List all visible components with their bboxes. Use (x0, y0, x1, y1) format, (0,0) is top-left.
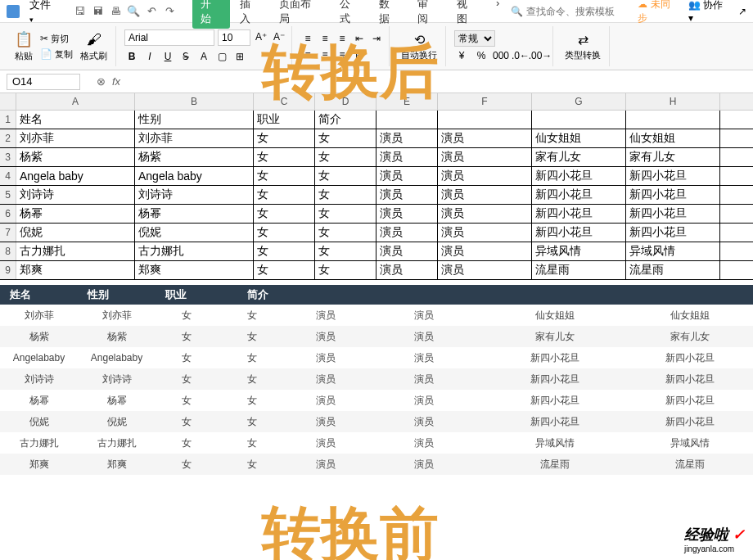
cell[interactable]: 家有儿女 (626, 148, 720, 166)
cell[interactable]: 刘诗诗 (135, 186, 254, 204)
cell[interactable]: 女 (315, 167, 376, 185)
dec-dec-icon[interactable]: .00→ (533, 48, 548, 63)
row-header[interactable]: 7 (0, 224, 16, 242)
cell[interactable] (626, 111, 720, 129)
col-header[interactable]: G (532, 93, 626, 110)
cell[interactable]: 性别 (135, 111, 254, 129)
percent-icon[interactable]: % (474, 48, 489, 63)
cell[interactable]: 女 (315, 186, 376, 204)
indent-dec-icon[interactable]: ⇤ (352, 31, 367, 46)
tab-layout[interactable]: 页面布局 (271, 0, 330, 29)
search-input[interactable] (526, 6, 624, 17)
cell[interactable]: 郑爽 (16, 261, 135, 279)
col-header[interactable]: B (135, 93, 254, 110)
border-button[interactable]: ⊞ (232, 49, 247, 64)
save-icon[interactable]: 🖫 (71, 3, 88, 20)
cell[interactable]: 古力娜扎 (16, 242, 135, 260)
align-center-icon[interactable]: ≡ (318, 47, 332, 62)
size-select[interactable] (218, 29, 250, 46)
tab-more[interactable]: › (488, 0, 507, 29)
app-icon[interactable] (7, 5, 20, 18)
cell[interactable]: 职业 (254, 111, 315, 129)
row-header[interactable]: 6 (0, 205, 16, 223)
tab-formula[interactable]: 公式 (331, 0, 369, 29)
tab-start[interactable]: 开始 (192, 0, 230, 29)
cell[interactable] (532, 111, 626, 129)
row-header[interactable]: 8 (0, 242, 16, 260)
cell[interactable]: 仙女姐姐 (532, 129, 626, 147)
col-header[interactable]: D (315, 93, 376, 110)
cell[interactable]: 女 (254, 148, 315, 166)
cell[interactable]: 刘亦菲 (135, 129, 254, 147)
copy-button[interactable]: 📄复制 (38, 47, 74, 61)
cell[interactable]: 女 (254, 242, 315, 260)
cell[interactable]: 女 (254, 224, 315, 242)
cell[interactable]: 杨紫 (135, 148, 254, 166)
redo-icon[interactable]: ↷ (161, 3, 178, 20)
cell[interactable]: 女 (254, 129, 315, 147)
col-header[interactable]: E (376, 93, 438, 110)
tab-data[interactable]: 数据 (371, 0, 408, 29)
cell[interactable]: 演员 (376, 205, 438, 223)
cell[interactable]: 演员 (376, 186, 438, 204)
cell[interactable]: 演员 (376, 129, 438, 147)
cell[interactable]: 演员 (438, 167, 532, 185)
col-header[interactable]: F (438, 93, 532, 110)
cell[interactable]: 演员 (438, 224, 532, 242)
align-left-icon[interactable]: ≡ (300, 47, 315, 62)
cell[interactable]: 女 (254, 186, 315, 204)
cell[interactable]: 演员 (438, 261, 532, 279)
font-select[interactable] (124, 29, 214, 46)
cell[interactable]: 异域风情 (626, 242, 720, 260)
underline-button[interactable]: U (160, 49, 175, 64)
row-header[interactable]: 3 (0, 148, 16, 166)
cell[interactable]: 女 (254, 261, 315, 279)
cell[interactable]: 演员 (376, 224, 438, 242)
cell[interactable] (438, 111, 532, 129)
cell[interactable]: 女 (315, 224, 376, 242)
cell[interactable]: 演员 (438, 129, 532, 147)
increase-font-icon[interactable]: A⁺ (254, 29, 268, 44)
print-icon[interactable]: 🖶 (107, 3, 124, 20)
cell[interactable]: 流星雨 (626, 261, 720, 279)
fx-icon[interactable]: fx (112, 75, 120, 88)
cell[interactable] (376, 111, 438, 129)
cell[interactable]: 女 (315, 242, 376, 260)
file-menu[interactable]: 文件 (23, 0, 63, 26)
wrap-button[interactable]: ⟲ 自动换行 (398, 29, 440, 65)
col-header[interactable]: C (254, 93, 315, 110)
type-convert-button[interactable]: ⇄ 类型转换 (561, 29, 604, 65)
cell[interactable]: 杨紫 (16, 148, 135, 166)
cell[interactable]: 倪妮 (135, 224, 254, 242)
paste-button[interactable]: 📋 粘贴 (11, 27, 36, 65)
currency-icon[interactable]: ¥ (454, 48, 469, 63)
cell[interactable]: 演员 (376, 148, 438, 166)
cell[interactable]: 简介 (315, 111, 376, 129)
saveas-icon[interactable]: 🖬 (89, 3, 106, 20)
cell[interactable]: 新四小花旦 (532, 224, 626, 242)
tab-view[interactable]: 视图 (449, 0, 486, 29)
cell[interactable]: 演员 (438, 186, 532, 204)
row-header[interactable]: 1 (0, 111, 16, 129)
tab-insert[interactable]: 插入 (232, 0, 269, 29)
cancel-icon[interactable]: ⊗ (97, 75, 106, 88)
cell[interactable]: Angela baby (135, 167, 254, 185)
align-top-icon[interactable]: ≡ (300, 31, 315, 46)
cell[interactable]: 女 (315, 205, 376, 223)
cell[interactable]: 演员 (376, 242, 438, 260)
format-painter-button[interactable]: 🖌 格式刷 (77, 28, 110, 65)
cell[interactable]: 刘诗诗 (16, 186, 135, 204)
undo-icon[interactable]: ↶ (143, 3, 160, 20)
cell[interactable]: 演员 (438, 148, 532, 166)
dec-inc-icon[interactable]: .0← (513, 48, 528, 63)
cell[interactable]: 新四小花旦 (626, 224, 720, 242)
cell[interactable]: 新四小花旦 (532, 167, 626, 185)
cell[interactable]: 演员 (438, 242, 532, 260)
cut-button[interactable]: ✂剪切 (38, 32, 74, 46)
cell[interactable]: 新四小花旦 (626, 186, 720, 204)
cell[interactable]: 古力娜扎 (135, 242, 254, 260)
cell[interactable]: 女 (315, 148, 376, 166)
italic-button[interactable]: I (142, 49, 157, 64)
cell[interactable]: 倪妮 (16, 224, 135, 242)
sync-status[interactable]: ☁ 未同步 (638, 0, 679, 25)
